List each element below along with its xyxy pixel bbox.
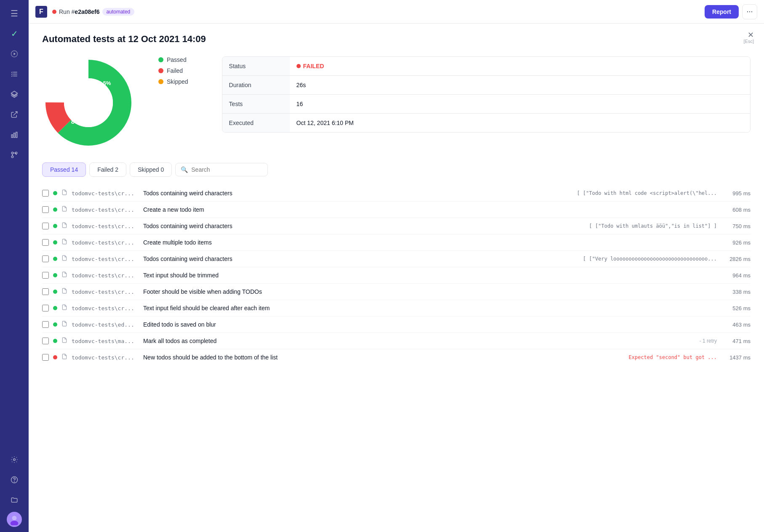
test-checkbox[interactable] (42, 321, 49, 328)
legend-failed-label: Failed (167, 67, 183, 74)
test-row: todomvc-tests\cr...Create a new todo ite… (42, 202, 751, 218)
test-status-dot (53, 290, 57, 294)
legend-failed: Failed (158, 67, 188, 74)
legend-passed-dot (158, 57, 163, 62)
test-row: todomvc-tests\cr...Todos containing weir… (42, 251, 751, 267)
test-checkbox[interactable] (42, 272, 49, 279)
test-name: Todos containing weird characters (143, 223, 585, 229)
user-avatar[interactable] (7, 512, 22, 527)
brand-logo: F (35, 6, 47, 18)
svg-point-9 (11, 152, 13, 154)
test-row: todomvc-tests\ma...Mark all todos as com… (42, 333, 751, 349)
test-row: todomvc-tests\cr...Text input should be … (42, 267, 751, 284)
test-file-path: todomvc-tests\cr... (72, 354, 139, 361)
sidebar-chart-icon[interactable] (6, 126, 23, 143)
legend-passed: Passed (158, 56, 188, 63)
test-file-path: todomvc-tests\cr... (72, 289, 139, 295)
sidebar-folder-icon[interactable] (6, 492, 23, 508)
test-checkbox[interactable] (42, 223, 49, 229)
file-icon (61, 206, 67, 213)
sidebar-play-icon[interactable] (6, 45, 23, 62)
test-name: Text input should be trimmed (143, 272, 717, 279)
sidebar-menu-icon[interactable]: ☰ (6, 5, 23, 22)
file-icon (61, 255, 67, 263)
test-checkbox[interactable] (42, 255, 49, 262)
svg-point-10 (11, 156, 13, 158)
automated-badge: automated (102, 8, 135, 16)
test-duration: 463 ms (721, 322, 751, 328)
test-name: Todos containing weird characters (143, 190, 573, 197)
topbar: F Run #e2a08ef6 automated Report ··· (29, 0, 764, 24)
test-duration: 926 ms (721, 239, 751, 246)
test-duration: 2826 ms (721, 256, 751, 262)
tests-label: Tests (222, 95, 290, 113)
test-detail: [ ["Todo with umlauts äöü","is in list"]… (589, 223, 717, 229)
svg-point-15 (12, 516, 17, 520)
sidebar-listcheck-icon[interactable] (6, 66, 23, 82)
file-icon (61, 321, 67, 328)
report-button[interactable]: Report (705, 5, 739, 19)
test-row: todomvc-tests\cr...New todos should be a… (42, 349, 751, 365)
test-status-dot (53, 273, 57, 277)
test-file-path: todomvc-tests\cr... (72, 256, 139, 262)
search-box: 🔍 (175, 163, 268, 176)
file-icon (61, 288, 67, 295)
test-row: todomvc-tests\cr...Text input field shou… (42, 300, 751, 317)
test-name: Footer should be visible when adding TOD… (143, 288, 717, 295)
sidebar: ☰ ✓ (0, 0, 29, 532)
test-checkbox[interactable] (42, 239, 49, 246)
status-row-duration: Duration 26s (222, 76, 750, 95)
test-checkbox[interactable] (42, 288, 49, 295)
test-checkbox[interactable] (42, 338, 49, 344)
retry-label: - 1 retry (700, 338, 717, 344)
more-options-button[interactable]: ··· (742, 4, 757, 19)
filter-passed-button[interactable]: Passed 14 (42, 162, 86, 177)
page-title: Automated tests at 12 Oct 2021 14:09 (42, 34, 751, 45)
test-checkbox[interactable] (42, 206, 49, 213)
test-duration: 750 ms (721, 223, 751, 229)
sidebar-git-icon[interactable] (6, 146, 23, 163)
run-status-dot (52, 10, 56, 14)
chart-legend: Passed Failed Skipped (158, 56, 188, 85)
test-row: todomvc-tests\cr...Todos containing weir… (42, 218, 751, 234)
filter-failed-button[interactable]: Failed 2 (89, 162, 126, 177)
file-icon (61, 337, 67, 345)
test-checkbox[interactable] (42, 354, 49, 361)
file-icon (61, 222, 67, 230)
test-status-dot (53, 355, 57, 359)
test-checkbox[interactable] (42, 305, 49, 311)
legend-skipped-label: Skipped (167, 78, 188, 85)
legend-skipped-dot (158, 79, 163, 84)
sidebar-settings-icon[interactable] (6, 451, 23, 468)
test-duration: 526 ms (721, 305, 751, 311)
executed-label: Executed (222, 114, 290, 132)
search-input[interactable] (191, 166, 259, 173)
test-file-path: todomvc-tests\ma... (72, 338, 139, 344)
status-table: Status FAILED Duration 26s Tests 16 (222, 56, 751, 133)
test-name: Create a new todo item (143, 206, 717, 213)
status-row-tests: Tests 16 (222, 95, 750, 114)
test-name: New todos should be added to the bottom … (143, 354, 624, 361)
test-status-dot (53, 191, 57, 195)
svg-rect-8 (16, 132, 17, 138)
test-row: todomvc-tests\ed...Edited todo is saved … (42, 317, 751, 333)
sidebar-check-icon[interactable]: ✓ (6, 25, 23, 42)
legend-skipped: Skipped (158, 78, 188, 85)
filter-skipped-button[interactable]: Skipped 0 (130, 162, 172, 177)
sidebar-export-icon[interactable] (6, 106, 23, 123)
close-button[interactable]: ✕ (748, 30, 754, 40)
test-duration: 338 ms (721, 289, 751, 295)
test-file-path: todomvc-tests\cr... (72, 272, 139, 279)
test-name: Todos containing weird characters (143, 255, 579, 262)
file-icon (61, 354, 67, 361)
sidebar-layers-icon[interactable] (6, 86, 23, 103)
test-row: todomvc-tests\cr...Todos containing weir… (42, 185, 751, 202)
test-duration: 964 ms (721, 272, 751, 279)
sidebar-help-icon[interactable] (6, 471, 23, 488)
test-checkbox[interactable] (42, 190, 49, 197)
duration-value: 26s (290, 76, 750, 94)
test-duration: 995 ms (721, 190, 751, 197)
test-file-path: todomvc-tests\cr... (72, 239, 139, 246)
test-status-dot (53, 257, 57, 261)
run-label: Run #e2a08ef6 (59, 8, 100, 15)
